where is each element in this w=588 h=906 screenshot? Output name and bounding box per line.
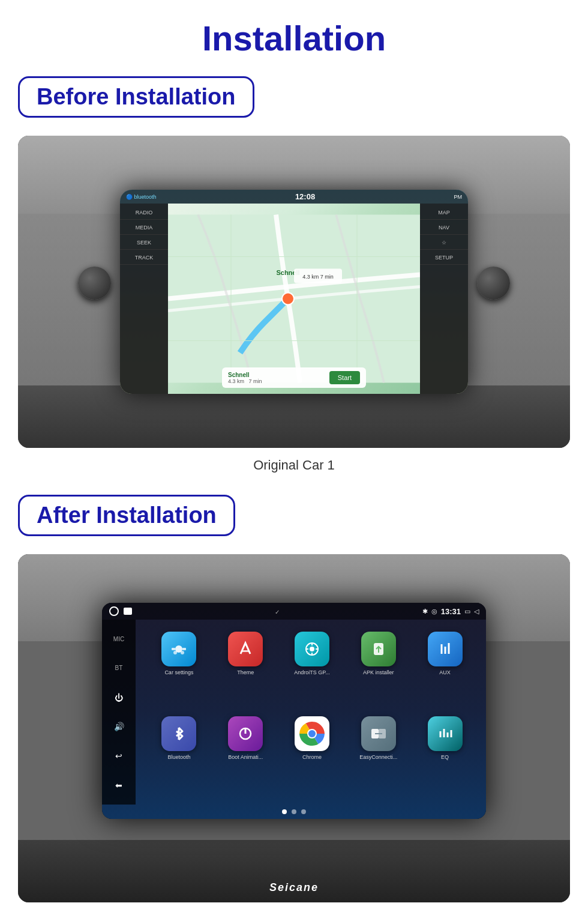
return-btn[interactable]: ↩ <box>110 747 127 764</box>
map-btn[interactable]: MAP <box>420 206 468 220</box>
circle-icon <box>109 606 119 616</box>
theme-label: Theme <box>237 669 254 675</box>
eq-icon <box>428 716 463 751</box>
app-theme[interactable]: Theme <box>217 632 275 708</box>
android-time: 13:31 <box>441 607 461 616</box>
svg-text:4.3 km  7 min: 4.3 km 7 min <box>302 274 334 280</box>
dot-3 <box>301 809 306 814</box>
easyconnect-icon <box>361 716 396 751</box>
window-icon: ▭ <box>464 608 470 615</box>
theme-icon <box>228 632 263 666</box>
nav-time-before: 12:08 <box>295 192 315 201</box>
svg-rect-11 <box>182 648 186 650</box>
back-left-btn[interactable]: ⬅ <box>110 777 127 794</box>
back-icon: ◁ <box>474 608 479 615</box>
gps-label: AndroiTS GP... <box>294 669 329 675</box>
android-statusbar: ✓ ✱ ◎ 13:31 ▭ ◁ <box>102 603 486 620</box>
media-btn[interactable]: MEDIA <box>120 221 168 235</box>
page-title: Installation <box>202 18 386 58</box>
fav-btn[interactable]: ☆ <box>420 236 468 250</box>
svg-rect-10 <box>172 648 175 650</box>
svg-point-13 <box>181 651 184 654</box>
after-installation-image: ✓ ✱ ◎ 13:31 ▭ ◁ MIC BT ⏻ <box>18 554 570 902</box>
before-installation-image: 🔵 bluetooth 12:08 PM RADIO MEDIA SEEK TR… <box>18 136 570 448</box>
chrome-icon <box>295 716 329 751</box>
app-bluetooth[interactable]: Bluetooth <box>150 716 208 793</box>
boot-label: Boot Animati... <box>228 754 263 760</box>
bluetooth-label: Bluetooth <box>167 754 190 760</box>
left-panel: MIC BT ⏻ 🔊 ↩ ⬅ <box>102 620 136 805</box>
seek-btn[interactable]: SEEK <box>120 236 168 250</box>
easyconnect-label: EasyConnecti... <box>359 754 397 760</box>
app-aux[interactable]: AUX <box>416 632 474 708</box>
app-boot[interactable]: Boot Animati... <box>217 716 275 793</box>
mic-btn[interactable]: MIC <box>110 630 127 647</box>
before-installation-label: Before Installation <box>18 76 254 118</box>
bluetooth-icon <box>161 716 196 751</box>
bt-btn[interactable]: BT <box>110 660 127 677</box>
setup-btn[interactable]: SETUP <box>420 251 468 265</box>
aux-label: AUX <box>439 669 451 675</box>
app-easyconnect[interactable]: EasyConnecti... <box>349 716 407 793</box>
svg-point-1 <box>282 293 294 305</box>
eq-label: EQ <box>441 754 449 760</box>
gps-status-icon: ◎ <box>431 608 437 615</box>
square-icon <box>124 608 132 615</box>
seicane-logo: Seicane <box>269 881 319 894</box>
apk-label: APK installer <box>363 669 394 675</box>
nav-duration: 7 min <box>249 378 262 384</box>
app-apk[interactable]: APK installer <box>349 632 407 708</box>
svg-point-12 <box>173 651 177 654</box>
power-left-btn[interactable]: ⏻ <box>110 689 127 706</box>
apps-grid: Car settings Theme Andro <box>138 620 486 805</box>
bluetooth-status-icon: ✱ <box>422 608 428 615</box>
svg-rect-14 <box>242 650 249 652</box>
track-btn[interactable]: TRACK <box>120 251 168 265</box>
before-caption: Original Car 1 <box>253 458 335 473</box>
svg-point-16 <box>310 647 314 651</box>
apk-icon <box>361 632 396 666</box>
chrome-label: Chrome <box>302 754 322 760</box>
car-settings-icon <box>161 632 196 666</box>
dot-1 <box>282 809 287 814</box>
app-chrome[interactable]: Chrome <box>283 716 341 793</box>
app-eq[interactable]: EQ <box>416 716 474 793</box>
app-car-settings[interactable]: Car settings <box>150 632 208 708</box>
volume-btn[interactable]: 🔊 <box>110 718 127 735</box>
start-navigation-btn[interactable]: Start <box>329 371 360 384</box>
dot-2 <box>292 809 296 814</box>
svg-point-30 <box>308 730 316 737</box>
gps-icon <box>295 632 329 666</box>
boot-icon <box>228 716 263 751</box>
after-installation-label: After Installation <box>18 495 235 536</box>
nav-btn[interactable]: NAV <box>420 221 468 235</box>
nav-distance: 4.3 km <box>228 378 244 384</box>
car-settings-label: Car settings <box>164 669 193 675</box>
destination-name: Schnell <box>228 372 262 378</box>
radio-btn[interactable]: RADIO <box>120 206 168 220</box>
aux-icon <box>428 632 463 666</box>
page-dots <box>102 805 486 819</box>
app-gps[interactable]: AndroiTS GP... <box>283 632 341 708</box>
